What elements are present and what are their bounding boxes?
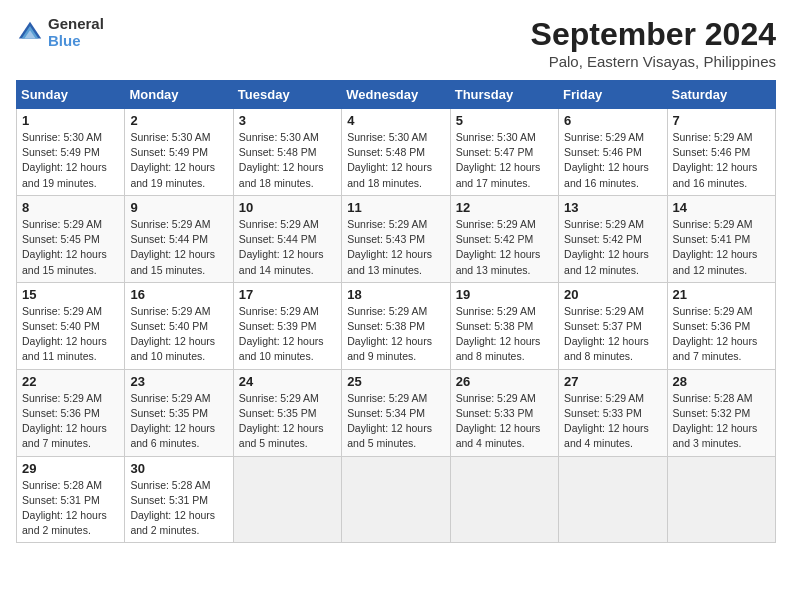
day-detail: Sunrise: 5:29 AM Sunset: 5:41 PM Dayligh… <box>673 217 770 278</box>
calendar-week-1: 1 Sunrise: 5:30 AM Sunset: 5:49 PM Dayli… <box>17 109 776 196</box>
calendar-cell: 24 Sunrise: 5:29 AM Sunset: 5:35 PM Dayl… <box>233 369 341 456</box>
calendar-cell: 17 Sunrise: 5:29 AM Sunset: 5:39 PM Dayl… <box>233 282 341 369</box>
day-detail: Sunrise: 5:29 AM Sunset: 5:36 PM Dayligh… <box>673 304 770 365</box>
header: General Blue September 2024 Palo, Easter… <box>16 16 776 70</box>
day-number: 21 <box>673 287 770 302</box>
day-detail: Sunrise: 5:28 AM Sunset: 5:31 PM Dayligh… <box>130 478 227 539</box>
day-detail: Sunrise: 5:29 AM Sunset: 5:33 PM Dayligh… <box>564 391 661 452</box>
day-number: 27 <box>564 374 661 389</box>
day-detail: Sunrise: 5:30 AM Sunset: 5:49 PM Dayligh… <box>130 130 227 191</box>
calendar-cell: 25 Sunrise: 5:29 AM Sunset: 5:34 PM Dayl… <box>342 369 450 456</box>
day-detail: Sunrise: 5:29 AM Sunset: 5:40 PM Dayligh… <box>22 304 119 365</box>
calendar-table: Sunday Monday Tuesday Wednesday Thursday… <box>16 80 776 543</box>
col-tuesday: Tuesday <box>233 81 341 109</box>
calendar-cell: 20 Sunrise: 5:29 AM Sunset: 5:37 PM Dayl… <box>559 282 667 369</box>
calendar-cell: 6 Sunrise: 5:29 AM Sunset: 5:46 PM Dayli… <box>559 109 667 196</box>
calendar-cell: 18 Sunrise: 5:29 AM Sunset: 5:38 PM Dayl… <box>342 282 450 369</box>
day-number: 24 <box>239 374 336 389</box>
day-detail: Sunrise: 5:29 AM Sunset: 5:36 PM Dayligh… <box>22 391 119 452</box>
calendar-cell <box>342 456 450 543</box>
day-number: 7 <box>673 113 770 128</box>
calendar-cell: 3 Sunrise: 5:30 AM Sunset: 5:48 PM Dayli… <box>233 109 341 196</box>
calendar-cell: 14 Sunrise: 5:29 AM Sunset: 5:41 PM Dayl… <box>667 195 775 282</box>
col-saturday: Saturday <box>667 81 775 109</box>
calendar-cell: 2 Sunrise: 5:30 AM Sunset: 5:49 PM Dayli… <box>125 109 233 196</box>
calendar-cell: 30 Sunrise: 5:28 AM Sunset: 5:31 PM Dayl… <box>125 456 233 543</box>
day-number: 22 <box>22 374 119 389</box>
day-detail: Sunrise: 5:29 AM Sunset: 5:45 PM Dayligh… <box>22 217 119 278</box>
day-detail: Sunrise: 5:29 AM Sunset: 5:37 PM Dayligh… <box>564 304 661 365</box>
calendar-cell: 5 Sunrise: 5:30 AM Sunset: 5:47 PM Dayli… <box>450 109 558 196</box>
calendar-cell: 19 Sunrise: 5:29 AM Sunset: 5:38 PM Dayl… <box>450 282 558 369</box>
calendar-cell: 27 Sunrise: 5:29 AM Sunset: 5:33 PM Dayl… <box>559 369 667 456</box>
day-number: 6 <box>564 113 661 128</box>
day-detail: Sunrise: 5:30 AM Sunset: 5:47 PM Dayligh… <box>456 130 553 191</box>
day-detail: Sunrise: 5:29 AM Sunset: 5:39 PM Dayligh… <box>239 304 336 365</box>
day-detail: Sunrise: 5:28 AM Sunset: 5:31 PM Dayligh… <box>22 478 119 539</box>
calendar-cell: 7 Sunrise: 5:29 AM Sunset: 5:46 PM Dayli… <box>667 109 775 196</box>
day-number: 30 <box>130 461 227 476</box>
calendar-week-2: 8 Sunrise: 5:29 AM Sunset: 5:45 PM Dayli… <box>17 195 776 282</box>
day-number: 29 <box>22 461 119 476</box>
day-number: 28 <box>673 374 770 389</box>
calendar-cell <box>667 456 775 543</box>
calendar-header: Sunday Monday Tuesday Wednesday Thursday… <box>17 81 776 109</box>
day-detail: Sunrise: 5:29 AM Sunset: 5:38 PM Dayligh… <box>347 304 444 365</box>
day-number: 13 <box>564 200 661 215</box>
day-number: 15 <box>22 287 119 302</box>
day-number: 3 <box>239 113 336 128</box>
day-number: 23 <box>130 374 227 389</box>
calendar-cell <box>559 456 667 543</box>
calendar-cell: 13 Sunrise: 5:29 AM Sunset: 5:42 PM Dayl… <box>559 195 667 282</box>
day-detail: Sunrise: 5:29 AM Sunset: 5:42 PM Dayligh… <box>456 217 553 278</box>
calendar-cell: 8 Sunrise: 5:29 AM Sunset: 5:45 PM Dayli… <box>17 195 125 282</box>
day-number: 2 <box>130 113 227 128</box>
logo-line2: Blue <box>48 33 104 50</box>
logo: General Blue <box>16 16 104 49</box>
calendar-cell: 23 Sunrise: 5:29 AM Sunset: 5:35 PM Dayl… <box>125 369 233 456</box>
day-number: 26 <box>456 374 553 389</box>
title-area: September 2024 Palo, Eastern Visayas, Ph… <box>531 16 776 70</box>
calendar-title: September 2024 <box>531 16 776 53</box>
day-detail: Sunrise: 5:29 AM Sunset: 5:46 PM Dayligh… <box>673 130 770 191</box>
calendar-cell: 26 Sunrise: 5:29 AM Sunset: 5:33 PM Dayl… <box>450 369 558 456</box>
day-detail: Sunrise: 5:29 AM Sunset: 5:40 PM Dayligh… <box>130 304 227 365</box>
day-number: 4 <box>347 113 444 128</box>
calendar-subtitle: Palo, Eastern Visayas, Philippines <box>531 53 776 70</box>
calendar-week-4: 22 Sunrise: 5:29 AM Sunset: 5:36 PM Dayl… <box>17 369 776 456</box>
calendar-cell: 16 Sunrise: 5:29 AM Sunset: 5:40 PM Dayl… <box>125 282 233 369</box>
calendar-week-3: 15 Sunrise: 5:29 AM Sunset: 5:40 PM Dayl… <box>17 282 776 369</box>
calendar-cell: 15 Sunrise: 5:29 AM Sunset: 5:40 PM Dayl… <box>17 282 125 369</box>
col-sunday: Sunday <box>17 81 125 109</box>
day-number: 18 <box>347 287 444 302</box>
calendar-cell: 21 Sunrise: 5:29 AM Sunset: 5:36 PM Dayl… <box>667 282 775 369</box>
day-detail: Sunrise: 5:29 AM Sunset: 5:44 PM Dayligh… <box>130 217 227 278</box>
weekday-row: Sunday Monday Tuesday Wednesday Thursday… <box>17 81 776 109</box>
day-number: 20 <box>564 287 661 302</box>
day-number: 17 <box>239 287 336 302</box>
logo-text: General Blue <box>48 16 104 49</box>
calendar-cell: 12 Sunrise: 5:29 AM Sunset: 5:42 PM Dayl… <box>450 195 558 282</box>
day-detail: Sunrise: 5:30 AM Sunset: 5:48 PM Dayligh… <box>347 130 444 191</box>
day-number: 11 <box>347 200 444 215</box>
calendar-cell: 10 Sunrise: 5:29 AM Sunset: 5:44 PM Dayl… <box>233 195 341 282</box>
day-detail: Sunrise: 5:29 AM Sunset: 5:35 PM Dayligh… <box>239 391 336 452</box>
col-thursday: Thursday <box>450 81 558 109</box>
calendar-week-5: 29 Sunrise: 5:28 AM Sunset: 5:31 PM Dayl… <box>17 456 776 543</box>
col-monday: Monday <box>125 81 233 109</box>
calendar-cell: 4 Sunrise: 5:30 AM Sunset: 5:48 PM Dayli… <box>342 109 450 196</box>
day-detail: Sunrise: 5:29 AM Sunset: 5:42 PM Dayligh… <box>564 217 661 278</box>
calendar-cell: 9 Sunrise: 5:29 AM Sunset: 5:44 PM Dayli… <box>125 195 233 282</box>
day-number: 5 <box>456 113 553 128</box>
calendar-cell: 29 Sunrise: 5:28 AM Sunset: 5:31 PM Dayl… <box>17 456 125 543</box>
day-number: 12 <box>456 200 553 215</box>
logo-icon <box>16 19 44 47</box>
day-number: 10 <box>239 200 336 215</box>
day-detail: Sunrise: 5:29 AM Sunset: 5:33 PM Dayligh… <box>456 391 553 452</box>
day-number: 25 <box>347 374 444 389</box>
day-number: 8 <box>22 200 119 215</box>
day-detail: Sunrise: 5:30 AM Sunset: 5:48 PM Dayligh… <box>239 130 336 191</box>
calendar-cell <box>450 456 558 543</box>
day-detail: Sunrise: 5:30 AM Sunset: 5:49 PM Dayligh… <box>22 130 119 191</box>
day-number: 16 <box>130 287 227 302</box>
